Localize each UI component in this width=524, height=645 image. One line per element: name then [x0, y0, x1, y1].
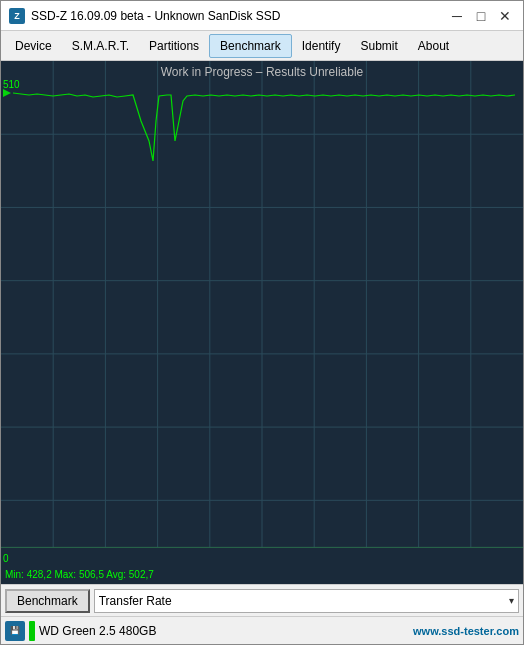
svg-marker-16: [3, 89, 11, 97]
menu-bar: Device S.M.A.R.T. Partitions Benchmark I…: [1, 31, 523, 61]
chart-svg: [1, 61, 523, 584]
title-bar-left: Z SSD-Z 16.09.09 beta - Unknown SanDisk …: [9, 8, 280, 24]
menu-partitions[interactable]: Partitions: [139, 35, 209, 57]
app-icon: Z: [9, 8, 25, 24]
benchmark-chart: Work in Progress – Results Unreliable 51…: [1, 61, 523, 584]
menu-device[interactable]: Device: [5, 35, 62, 57]
drive-icon: 💾: [5, 621, 25, 641]
maximize-button[interactable]: □: [471, 6, 491, 26]
minimize-button[interactable]: ─: [447, 6, 467, 26]
drive-health-indicator: [29, 621, 35, 641]
device-label: WD Green 2.5 480GB: [39, 624, 409, 638]
chart-y-min: 0: [3, 553, 9, 564]
status-bar: 💾 WD Green 2.5 480GB www.ssd-tester.com: [1, 616, 523, 644]
chart-y-max: 510: [3, 79, 20, 90]
title-bar: Z SSD-Z 16.09.09 beta - Unknown SanDisk …: [1, 1, 523, 31]
window-controls: ─ □ ✕: [447, 6, 515, 26]
menu-benchmark[interactable]: Benchmark: [209, 34, 292, 58]
transfer-rate-dropdown[interactable]: Transfer Rate ▾: [94, 589, 519, 613]
benchmark-button[interactable]: Benchmark: [5, 589, 90, 613]
window-title: SSD-Z 16.09.09 beta - Unknown SanDisk SS…: [31, 9, 280, 23]
bottom-controls: Benchmark Transfer Rate ▾: [1, 584, 523, 616]
main-window: Z SSD-Z 16.09.09 beta - Unknown SanDisk …: [0, 0, 524, 645]
menu-smart[interactable]: S.M.A.R.T.: [62, 35, 139, 57]
dropdown-value: Transfer Rate: [99, 594, 172, 608]
dropdown-arrow-icon: ▾: [509, 595, 514, 606]
menu-about[interactable]: About: [408, 35, 459, 57]
menu-submit[interactable]: Submit: [350, 35, 407, 57]
chart-title: Work in Progress – Results Unreliable: [1, 65, 523, 79]
menu-identify[interactable]: Identify: [292, 35, 351, 57]
close-button[interactable]: ✕: [495, 6, 515, 26]
website-url: www.ssd-tester.com: [413, 625, 519, 637]
chart-stats: Min: 428,2 Max: 506,5 Avg: 502,7: [5, 569, 154, 580]
